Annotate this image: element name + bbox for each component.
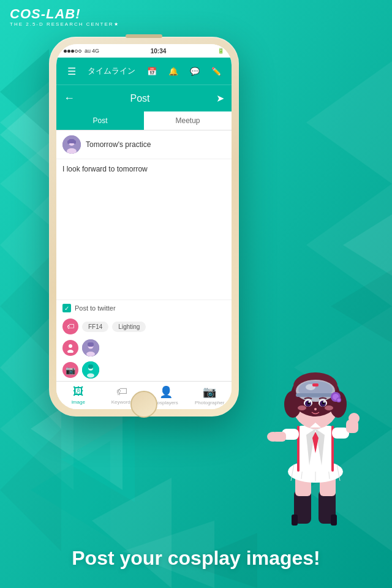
chat-icon[interactable]: 💬 bbox=[190, 67, 200, 76]
logo-sub: THE 2.5-D RESEARCH CENTER★ bbox=[10, 21, 119, 27]
svg-point-80 bbox=[309, 401, 311, 403]
svg-rect-26 bbox=[67, 140, 70, 144]
tab-bar: Post Meetup bbox=[56, 111, 232, 130]
svg-marker-16 bbox=[0, 49, 49, 135]
page-title: Post bbox=[80, 93, 200, 104]
character-illustration bbox=[251, 300, 386, 533]
home-button[interactable] bbox=[130, 391, 157, 418]
network-label: 4G bbox=[92, 48, 99, 54]
tag-ff14[interactable]: FF14 bbox=[82, 322, 108, 332]
photographer-label: Photographer bbox=[195, 400, 224, 405]
signal-dots bbox=[64, 50, 81, 53]
svg-point-36 bbox=[87, 374, 94, 378]
add-tag-button[interactable]: 🏷 bbox=[62, 318, 78, 334]
svg-rect-73 bbox=[312, 383, 318, 386]
nav-title: タイムライン bbox=[88, 66, 135, 77]
calendar-icon[interactable]: 📅 bbox=[147, 67, 157, 76]
status-bar: au 4G 10:34 🔋 bbox=[56, 44, 232, 58]
svg-marker-9 bbox=[306, 184, 392, 306]
photo-avatar-1 bbox=[82, 361, 99, 379]
send-button[interactable]: ➤ bbox=[216, 92, 224, 104]
tag-icon: 🏷 bbox=[67, 322, 74, 331]
bell-icon[interactable]: 🔔 bbox=[168, 67, 178, 76]
post-title-input[interactable] bbox=[86, 140, 225, 149]
svg-marker-15 bbox=[92, 478, 172, 588]
image-label: Image bbox=[72, 399, 85, 405]
svg-point-29 bbox=[67, 350, 74, 353]
svg-point-83 bbox=[325, 405, 333, 410]
svg-rect-37 bbox=[88, 364, 93, 369]
phone-screen-area: au 4G 10:34 🔋 ☰ タイムライン 📅 🔔 💬 ✏️ bbox=[56, 44, 232, 409]
app-screen: au 4G 10:34 🔋 ☰ タイムライン 📅 🔔 💬 ✏️ bbox=[56, 44, 232, 409]
svg-rect-33 bbox=[88, 342, 94, 347]
menu-icon[interactable]: ☰ bbox=[67, 66, 76, 77]
image-icon: 🖼 bbox=[73, 385, 84, 398]
svg-rect-27 bbox=[74, 140, 76, 144]
status-signal: au 4G bbox=[64, 48, 99, 54]
post-title-row bbox=[56, 130, 232, 159]
battery-icon: 🔋 bbox=[217, 48, 224, 54]
edit-icon[interactable]: ✏️ bbox=[211, 67, 221, 76]
svg-rect-72 bbox=[296, 393, 335, 397]
svg-point-88 bbox=[337, 399, 341, 402]
toolbar-image[interactable]: 🖼 Image bbox=[56, 382, 100, 409]
svg-point-81 bbox=[323, 401, 325, 403]
keywords-label: Keywords bbox=[111, 399, 133, 405]
carrier-label: au bbox=[85, 48, 91, 54]
svg-rect-40 bbox=[292, 514, 298, 526]
svg-marker-18 bbox=[343, 214, 392, 276]
tags-row: 🏷 FF14 Lighting bbox=[56, 316, 232, 337]
twitter-checkbox[interactable]: ✓ bbox=[62, 304, 71, 312]
svg-point-82 bbox=[298, 405, 306, 410]
navigation-bar: ☰ タイムライン 📅 🔔 💬 ✏️ bbox=[56, 58, 232, 85]
svg-rect-41 bbox=[331, 514, 337, 526]
user-avatar bbox=[62, 135, 81, 154]
status-battery: 🔋 bbox=[217, 48, 224, 54]
toolbar-photographer[interactable]: 📷 Photographer bbox=[188, 382, 232, 409]
tag-lighting[interactable]: Lighting bbox=[112, 322, 146, 332]
svg-marker-14 bbox=[61, 417, 135, 502]
post-form: I look forward to tomorrow ✓ Post to twi… bbox=[56, 130, 232, 381]
svg-marker-7 bbox=[0, 429, 61, 551]
signal-dot-3 bbox=[71, 50, 74, 53]
svg-marker-17 bbox=[0, 92, 49, 178]
svg-marker-13 bbox=[31, 441, 110, 539]
svg-marker-8 bbox=[306, 61, 392, 184]
twitter-label: Post to twitter bbox=[75, 304, 116, 312]
signal-dot-5 bbox=[78, 50, 81, 53]
phone-device: au 4G 10:34 🔋 ☰ タイムライン 📅 🔔 💬 ✏️ bbox=[49, 37, 239, 417]
tab-meetup[interactable]: Meetup bbox=[144, 111, 232, 130]
svg-point-28 bbox=[69, 344, 72, 348]
twitter-row: ✓ Post to twitter bbox=[56, 300, 232, 316]
svg-point-59 bbox=[267, 432, 279, 442]
logo-area: COS-LAB! THE 2.5-D RESEARCH CENTER★ bbox=[10, 7, 119, 27]
cosplayer-avatar-1 bbox=[82, 339, 99, 356]
back-button[interactable]: ← bbox=[64, 92, 75, 105]
status-time: 10:34 bbox=[151, 48, 167, 55]
photos-row: 📷 bbox=[56, 359, 232, 381]
check-icon: ✓ bbox=[64, 305, 69, 312]
add-cosplayer-button[interactable] bbox=[62, 340, 78, 356]
signal-dot-4 bbox=[75, 50, 78, 53]
signal-dot-2 bbox=[67, 50, 70, 53]
signal-dot-1 bbox=[64, 50, 67, 53]
phone-speaker bbox=[126, 34, 162, 38]
post-body-text[interactable]: I look forward to tomorrow bbox=[56, 159, 232, 300]
photographer-icon: 📷 bbox=[203, 385, 216, 399]
cosplayers-icon: 👤 bbox=[159, 385, 173, 399]
tagline-text: Post your cosplay images! bbox=[0, 547, 392, 570]
post-header-bar: ← Post ➤ bbox=[56, 85, 232, 111]
logo-main: COS-LAB! bbox=[10, 7, 119, 21]
svg-point-62 bbox=[349, 413, 360, 424]
phone-outer-shell: au 4G 10:34 🔋 ☰ タイムライン 📅 🔔 💬 ✏️ bbox=[49, 37, 239, 417]
svg-point-32 bbox=[86, 352, 95, 356]
svg-point-84 bbox=[314, 408, 317, 410]
add-photo-button[interactable]: 📷 bbox=[62, 362, 78, 378]
keywords-icon: 🏷 bbox=[116, 385, 127, 398]
tab-post[interactable]: Post bbox=[56, 111, 144, 130]
cosplayers-row bbox=[56, 337, 232, 359]
